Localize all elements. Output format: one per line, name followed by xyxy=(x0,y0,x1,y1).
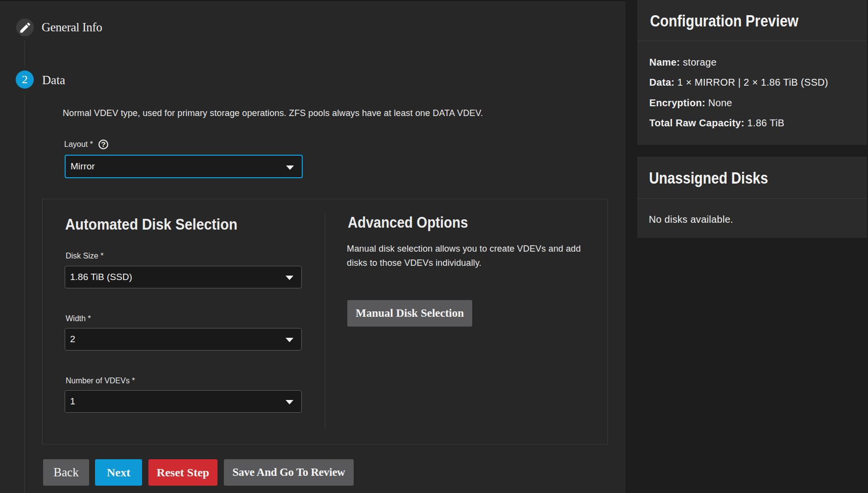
svg-text:?: ? xyxy=(101,140,105,148)
